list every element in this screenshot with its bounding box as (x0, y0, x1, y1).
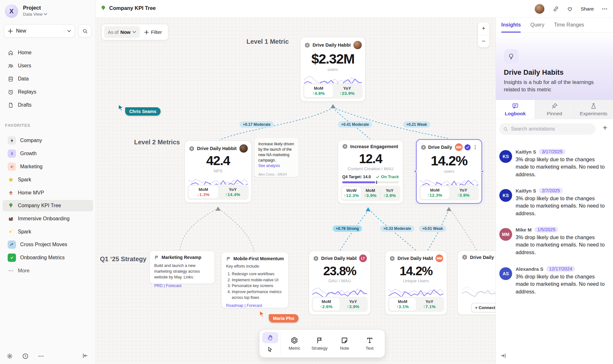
cursor-icon (267, 346, 273, 353)
new-dropdown-chevron-icon[interactable] (67, 30, 71, 32)
connect-button[interactable]: + Connect (471, 303, 496, 312)
sidebar-item-replays[interactable]: Replays (3, 86, 93, 98)
tool-metric[interactable]: Metric (282, 332, 307, 355)
edge-label: +0.78 Strong (333, 225, 362, 232)
strategy-links[interactable]: PRD | Forecast (154, 284, 210, 288)
metric-value: 42.4 (185, 153, 251, 168)
filter-button[interactable]: Filter (144, 29, 166, 35)
metric-card-selected[interactable]: Drive Daily Habb.. MM ⋮ 14.2% users MoM … (416, 139, 482, 204)
sidebar-item-home[interactable]: Home (3, 47, 93, 58)
metric-value: 12.4 (338, 152, 403, 166)
sidebar-fav-cross-project-moves[interactable]: Cross Project Moves (3, 239, 93, 250)
strategy-card-marketing-revamp[interactable]: Marketing Revamp Build and launch a new … (149, 251, 215, 284)
sidebar-item-users[interactable]: Users (3, 60, 93, 72)
tab-time-ranges[interactable]: Time Ranges (554, 18, 584, 32)
project-logo[interactable]: X (5, 4, 18, 18)
sidebar-fav-growth[interactable]: Growth (3, 148, 93, 159)
zoom-in-button[interactable]: + (478, 22, 489, 35)
strategy-card-mobile-first[interactable]: Mobile-First Momentum Key efforts includ… (221, 252, 289, 308)
sidebar-fav-spark[interactable]: Spark (3, 174, 93, 186)
metric-card-nps[interactable]: Drive Daily Habbits 42.4 NPS MoM ↓1.3% Y… (185, 140, 252, 203)
copy-link-icon[interactable] (553, 6, 559, 12)
page-title: Company KPI Tree (100, 5, 156, 11)
favorite-heart-icon[interactable] (567, 6, 573, 12)
sidebar-item-data[interactable]: Data (3, 73, 93, 85)
owner-avatar (353, 41, 362, 49)
canvas-toolbar: Metric Strategy Note Text (259, 330, 385, 358)
metric-unit: users (417, 169, 481, 174)
share-button[interactable]: Share (581, 6, 594, 12)
connector-handle[interactable] (481, 170, 484, 173)
sidebar-fav-spark-2[interactable]: Spark (3, 226, 93, 238)
annotation-search[interactable] (499, 123, 595, 135)
ellipsis-icon (8, 268, 14, 274)
sidebar-fav-home-mvp[interactable]: Home MVP (3, 187, 93, 199)
metric-card-engagement[interactable]: Increase Engagement 12.4 Content Creatio… (338, 140, 403, 204)
tool-note[interactable]: Note (332, 332, 357, 355)
subtab-pinned[interactable]: Pinned (535, 100, 574, 119)
tab-query[interactable]: Query (530, 18, 544, 32)
megaphone-icon (8, 163, 16, 171)
sidebar-fav-onboarding-metrics[interactable]: Onboarding Metrics (3, 252, 93, 263)
insights-panel: Insights Query Time Ranges Drive Daily H… (496, 18, 613, 364)
sidebar-item-drafts[interactable]: Drafts (3, 99, 93, 111)
annotation-entry[interactable]: KS Kaitlyn S 3/17/2025 3% drop likely du… (499, 149, 610, 178)
metric-card-unique-users[interactable]: Drive Daily Habbits MM 14.2% Unique User… (385, 251, 447, 315)
metric-hexagon-icon (291, 337, 298, 344)
sidebar-fav-immersive-onboarding[interactable]: Immersive Onboarding (3, 213, 93, 224)
metric-card-l1[interactable]: Drive Daily Habbits $2.32M users MoM ↑4.… (300, 37, 366, 102)
zoom-out-button[interactable]: − (478, 35, 489, 48)
metric-card-dau[interactable]: Drive Daily Habbits LT 23.8% DAU / MAU M… (309, 251, 371, 315)
metric-hexagon-icon (462, 254, 467, 260)
metric-hexagon-icon (189, 146, 194, 151)
header-more-icon[interactable] (602, 6, 608, 12)
subtab-experiments[interactable]: Experiments (574, 100, 613, 119)
as-of-selector[interactable]: As of Now (104, 26, 140, 38)
more-options-icon[interactable] (38, 353, 44, 360)
settings-gear-icon[interactable] (6, 353, 13, 360)
annotation-note-card[interactable]: Increase likely driven by the launch of … (254, 138, 299, 177)
add-annotation-button[interactable]: + (603, 124, 607, 132)
strategy-links[interactable]: Roadmap | Forecast (226, 303, 284, 308)
annotation-entry[interactable]: KS Kaitlyn S 2/7/2025 3% drop likely due… (499, 188, 610, 217)
flag-icon (226, 256, 231, 261)
connector-handle[interactable] (414, 170, 417, 173)
user-avatar[interactable] (534, 4, 545, 14)
star-icon (8, 177, 14, 183)
tab-insights[interactable]: Insights (501, 18, 521, 32)
owner-badge: MM (455, 143, 463, 151)
annotation-date-badge: 2/7/2025 (539, 188, 563, 193)
metric-value: $2.32M (300, 51, 365, 67)
project-view-switcher[interactable]: Data View (23, 12, 47, 17)
sidebar-fav-company-kpi-tree[interactable]: Company KPI Tree (3, 200, 93, 211)
metric-unit: DAU / MAU (309, 278, 370, 283)
home-icon (8, 50, 14, 56)
annotation-search-input[interactable] (511, 126, 591, 132)
annotation-entry[interactable]: AS Alexandra S 12/17/2024 3% drop likely… (499, 266, 610, 295)
help-icon[interactable]: ? (22, 353, 29, 360)
collapse-sidebar-icon[interactable] (82, 353, 88, 359)
stat-mom: MoM ↑12.3% (420, 186, 449, 199)
collaborator-cursor-maria: Maria Pho (259, 311, 266, 317)
sidebar-fav-company[interactable]: Company (3, 135, 93, 146)
users-icon (8, 63, 14, 69)
metric-value: 14.2% (385, 264, 447, 278)
tool-text[interactable]: Text (357, 332, 382, 355)
new-button[interactable]: New (4, 24, 75, 38)
tool-strategy[interactable]: Strategy (307, 332, 332, 355)
hand-tool-button[interactable] (262, 332, 278, 343)
metric-unit: Unique Users (385, 278, 447, 283)
subtab-logbook[interactable]: Logbook (496, 100, 535, 119)
edge-label: +0.17 Moderate (239, 121, 274, 128)
select-tool-button[interactable] (262, 344, 278, 355)
card-menu-icon[interactable]: ⋮ (473, 144, 478, 150)
annotation-entry[interactable]: MM Mike M 1/5/2025 3% drop likely due to… (499, 227, 610, 256)
arrow-up-right-icon (8, 240, 16, 249)
sidebar-fav-marketing[interactable]: Marketing (3, 161, 93, 172)
stat-yoy: YoY ↑3.9% (449, 186, 478, 199)
kpi-tree-canvas[interactable]: As of Now Filter + − Level 1 Metric Leve… (96, 18, 496, 364)
see-analysis-link[interactable]: See analysis (258, 163, 295, 168)
sidebar-search-button[interactable] (78, 24, 92, 38)
sidebar-more[interactable]: More (3, 265, 93, 277)
collapse-panel-icon[interactable] (500, 353, 506, 359)
